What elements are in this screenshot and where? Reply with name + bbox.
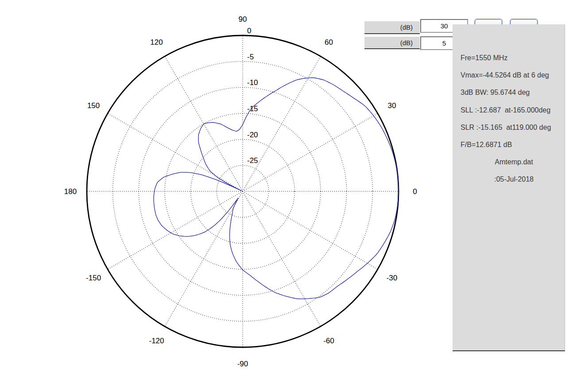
app-window: 0306090120150180-150-120-90-60-300-5-10-…: [0, 0, 581, 392]
angle-tick-label: 90: [239, 15, 247, 23]
step-db-label: (dB): [364, 37, 420, 49]
radial-tick-label: -25: [247, 156, 258, 165]
angle-tick-label: 60: [325, 38, 333, 47]
grid-spoke: [243, 113, 378, 191]
radial-tick-label: -10: [247, 78, 258, 87]
angle-tick-label: 180: [64, 187, 77, 196]
info-sll: SLL :-12.687 at-165.000deg: [461, 106, 550, 114]
info-vmax: Vmax=-44.5264 dB at 6 deg: [461, 71, 549, 79]
info-front-back: F/B=12.6871 dB: [461, 141, 512, 149]
radial-tick-label: 0: [247, 27, 251, 35]
angle-tick-label: 0: [413, 187, 417, 196]
info-file-name: Amtemp.dat: [453, 158, 565, 166]
polar-plot: 0306090120150180-150-120-90-60-300-5-10-…: [0, 0, 443, 392]
radial-tick-label: -15: [247, 105, 258, 113]
angle-tick-label: 150: [87, 101, 100, 110]
radiation-pattern-curve: [154, 78, 399, 299]
angle-tick-label: -90: [237, 360, 248, 368]
range-db-label: (dB): [364, 21, 420, 34]
angle-tick-label: -60: [323, 337, 334, 345]
angle-tick-label: -120: [149, 337, 164, 345]
info-beamwidth: 3dB BW: 95.6744 deg: [461, 89, 530, 97]
angle-tick-label: -150: [86, 274, 101, 282]
info-slr: SLR :-15.165 at119.000 deg: [461, 124, 551, 132]
info-frequency: Fre=1550 MHz: [461, 54, 507, 62]
angle-tick-label: 30: [387, 101, 396, 110]
angle-tick-label: -30: [387, 274, 398, 282]
radial-tick-label: -20: [247, 131, 258, 139]
info-date: :05-Jul-2018: [453, 175, 565, 183]
info-panel: Fre=1550 MHz Vmax=-44.5264 dB at 6 deg 3…: [453, 24, 565, 351]
grid-spoke: [243, 56, 321, 191]
radial-tick-label: -5: [247, 53, 254, 61]
angle-tick-label: 120: [150, 38, 163, 47]
